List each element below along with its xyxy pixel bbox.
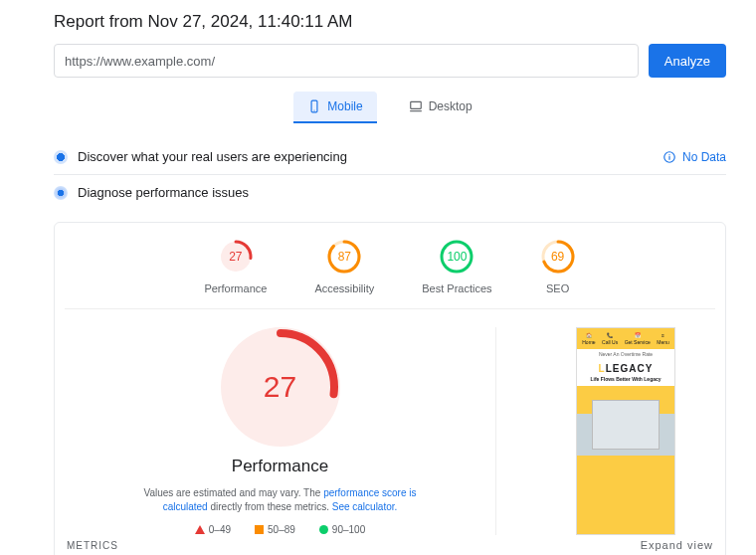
discover-icon [54,150,68,164]
gauge-accessibility[interactable]: 87 Accessibility [314,239,374,294]
device-tabs: Mobile Desktop [54,92,726,123]
detail-row: 27 Performance Values are estimated and … [65,327,715,535]
analyze-button[interactable]: Analyze [649,44,726,78]
gauge-label: Best Practices [422,282,491,294]
menu-icon: ≡ [662,332,664,338]
legend-orange: 50–89 [255,524,295,535]
phone-tagline: Life Flows Better With Legacy [577,376,674,386]
url-row: Analyze [54,44,726,78]
phone-hero [577,386,674,456]
phone-banner: Never An Overtime Rate [577,349,674,359]
diagnose-title: Diagnose performance issues [78,185,249,200]
info-icon [662,150,676,164]
no-data-label: No Data [682,150,726,164]
legend-green: 90–100 [319,524,365,535]
legend-red: 0–49 [195,524,231,535]
discover-section: Discover what your real users are experi… [54,139,726,175]
calendar-icon: 📅 [635,332,641,338]
mobile-icon [307,99,321,113]
big-gauge-value: 27 [221,327,340,447]
screenshot-preview: 🏠Home 📞Call Us 📅Get Service ≡Menu Never … [536,327,715,535]
panel-footer: METRICS Expand view [65,535,715,551]
tab-label: Mobile [327,99,362,113]
phone-mock: 🏠Home 📞Call Us 📅Get Service ≡Menu Never … [576,327,675,535]
gauge-label: SEO [540,282,576,294]
url-input[interactable] [54,44,639,78]
square-icon [255,525,264,534]
diagnose-icon [54,186,68,200]
phone-icon: 📞 [607,332,613,338]
svg-rect-2 [410,101,421,108]
page-title: Report from Nov 27, 2024, 11:40:11 AM [54,12,726,32]
triangle-icon [195,525,205,534]
gauge-best-practices[interactable]: 100 Best Practices [422,239,491,294]
gauge-label: Accessibility [314,282,374,294]
no-data-link[interactable]: No Data [662,150,726,164]
results-panel: 27 Performance 87 Accessibility 100 Best… [54,222,726,555]
nav-home: 🏠Home [582,332,595,345]
performance-detail: 27 Performance Values are estimated and … [65,327,496,535]
disclaimer: Values are estimated and may vary. The p… [121,486,440,514]
gauge-value: 27 [218,239,254,275]
detail-heading: Performance [65,457,495,476]
nav-service: 📅Get Service [625,332,651,345]
diagnose-section: Diagnose performance issues [54,175,726,210]
gauge-performance[interactable]: 27 Performance [204,239,267,294]
home-icon: 🏠 [586,332,592,338]
metrics-label: METRICS [67,540,118,551]
gauge-value: 100 [439,239,474,275]
gauge-value: 87 [326,239,362,275]
svg-point-1 [314,110,315,111]
big-gauge: 27 [221,327,340,447]
phone-logo: LLEGACY [577,359,674,376]
tab-mobile[interactable]: Mobile [293,92,376,123]
tab-desktop[interactable]: Desktop [395,92,486,123]
phone-nav: 🏠Home 📞Call Us 📅Get Service ≡Menu [577,328,674,349]
discover-title: Discover what your real users are experi… [78,149,347,164]
expand-view-link[interactable]: Expand view [641,539,713,551]
nav-call: 📞Call Us [602,332,618,345]
gauge-value: 69 [540,239,576,275]
gauge-row: 27 Performance 87 Accessibility 100 Best… [65,239,715,309]
circle-icon [319,525,328,534]
gauge-label: Performance [204,282,267,294]
desktop-icon [409,99,423,113]
calc-link-2[interactable]: See calculator. [332,501,398,512]
tab-label: Desktop [429,99,472,113]
phone-hero-image [592,400,661,450]
gauge-seo[interactable]: 69 SEO [540,239,576,294]
nav-menu: ≡Menu [657,332,669,345]
score-legend: 0–49 50–89 90–100 [65,524,495,535]
